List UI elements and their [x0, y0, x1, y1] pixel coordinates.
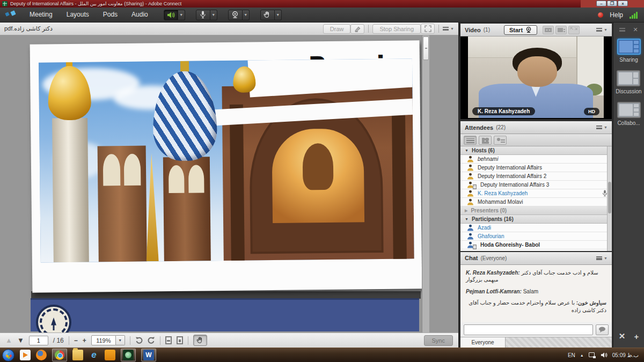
taskbar-firefox-icon[interactable] — [36, 350, 47, 360]
sync-button[interactable]: Sync — [424, 335, 453, 346]
divider — [368, 25, 369, 33]
menu-help[interactable]: Help — [610, 11, 623, 19]
taskbar-app-icon[interactable] — [105, 350, 115, 360]
status-dropdown-icon[interactable]: ▼ — [275, 10, 282, 20]
send-message-button[interactable] — [596, 324, 609, 335]
title-bar: Deputy of International Affairs - معاونت… — [0, 0, 644, 8]
microphone-dropdown-icon[interactable]: ▼ — [210, 10, 217, 20]
hosts-group-header[interactable]: ▼ Hosts (6) — [460, 146, 612, 155]
speaker-dropdown-icon[interactable]: ▼ — [178, 10, 185, 20]
zoom-level-select[interactable]: 119% ▼ — [91, 335, 125, 345]
fit-page-icon[interactable] — [165, 336, 172, 344]
chat-input-row — [460, 322, 612, 337]
attendee-row[interactable]: Deputy International Affairs 2 — [460, 172, 612, 181]
pan-tool-button[interactable] — [193, 335, 207, 346]
attendee-row[interactable]: Deputy International Affairs 3 — [460, 181, 612, 189]
video-fullscreen-icon[interactable] — [568, 26, 580, 34]
participants-group-header[interactable]: ▼ Participants (16) — [460, 215, 612, 224]
close-pod-icon[interactable]: ✕ — [619, 331, 626, 341]
chat-input[interactable] — [464, 324, 593, 335]
webcam-icon[interactable] — [228, 10, 243, 20]
attendees-scrollbar[interactable] — [607, 146, 612, 250]
raise-hand-icon[interactable] — [260, 10, 275, 20]
minimize-button[interactable]: – — [596, 1, 606, 6]
app-icon — [2, 1, 8, 6]
rotate-left-icon[interactable] — [135, 337, 143, 344]
zoom-out-button[interactable]: − — [74, 337, 78, 344]
taskbar-connect-button[interactable] — [121, 349, 136, 361]
menu-audio[interactable]: Audio — [125, 8, 155, 22]
draw-button[interactable]: Draw — [323, 24, 351, 34]
video-pod: Video (1) Start ▼ — [460, 24, 612, 119]
layout-close-icon[interactable]: ✕ — [633, 26, 638, 33]
layout-collaboration[interactable]: Collabo... — [617, 102, 641, 126]
taskbar-ie-icon[interactable]: e — [89, 350, 99, 360]
zoom-dropdown-icon[interactable]: ▼ — [116, 335, 125, 345]
chat-pod: Chat (Everyone) ▼ K. Reza Kashyzadeh: سل… — [460, 252, 612, 348]
pod-actions: ✕ + — [619, 331, 639, 341]
webcam-person-face — [517, 56, 557, 87]
attendees-toolbar — [460, 134, 612, 146]
previous-page-button[interactable]: ▲ — [5, 337, 12, 344]
taskbar-media-player-icon[interactable] — [20, 350, 31, 360]
pointer-tool-icon[interactable] — [350, 24, 364, 34]
zoom-in-button[interactable]: + — [83, 337, 86, 344]
attendee-row[interactable]: behnami — [460, 155, 612, 164]
hd-badge: HD — [584, 108, 599, 115]
start-button[interactable] — [2, 349, 14, 361]
taskbar-explorer-icon[interactable] — [72, 350, 83, 360]
clock[interactable]: ب.ظ 05:09 — [612, 352, 639, 358]
next-page-button[interactable]: ▼ — [17, 337, 24, 344]
filmstrip-view-icon[interactable] — [555, 26, 567, 34]
fullscreen-icon[interactable] — [421, 24, 435, 34]
share-scrollbar[interactable] — [422, 35, 429, 333]
page-number-input[interactable] — [29, 336, 48, 345]
video-pod-menu-button[interactable]: ▼ — [596, 28, 608, 32]
tray-expand-icon[interactable]: ▲ — [580, 353, 584, 357]
taskbar-chrome-button[interactable] — [52, 349, 67, 361]
status-view-icon[interactable] — [494, 136, 507, 145]
share-pod-menu-button[interactable]: ▼ — [443, 27, 454, 31]
list-view-icon[interactable] — [464, 136, 477, 145]
rotate-right-icon[interactable] — [148, 337, 155, 344]
attendees-pod-menu-button[interactable]: ▼ — [596, 125, 608, 129]
photo-tower-arches — [103, 153, 141, 186]
network-icon[interactable] — [589, 352, 596, 358]
attendee-row[interactable]: Deputy International Affairs — [460, 164, 612, 172]
layout-discussion[interactable]: Discussion — [616, 70, 641, 94]
chat-tab-everyone[interactable]: Everyone — [460, 337, 506, 348]
window-title: Deputy of International Affairs - معاونت… — [10, 1, 181, 6]
layout-sharing[interactable]: Sharing — [617, 39, 641, 63]
chat-pod-menu-button[interactable]: ▼ — [596, 256, 608, 260]
menu-layouts[interactable]: Layouts — [60, 8, 96, 22]
attendee-row[interactable]: Ghafourian — [460, 232, 612, 241]
connection-status-icon[interactable] — [630, 11, 638, 19]
attendee-row[interactable]: Hoda Ghoreishy- Babol — [460, 241, 612, 249]
speaker-icon[interactable] — [164, 10, 178, 20]
taskbar-word-button[interactable]: W — [141, 349, 156, 361]
start-webcam-button[interactable]: Start — [504, 25, 537, 35]
attendee-row[interactable]: K. Reza Kashyzadeh — [460, 189, 612, 198]
microphone-icon[interactable] — [196, 10, 210, 20]
speech-bubble-icon — [598, 327, 606, 333]
breakout-view-icon[interactable] — [479, 136, 492, 145]
volume-icon[interactable] — [601, 352, 608, 358]
layout-menu-icon[interactable] — [619, 28, 625, 32]
menu-meeting[interactable]: Meeting — [23, 8, 60, 22]
fit-width-icon[interactable] — [177, 336, 183, 344]
add-pod-icon[interactable]: + — [634, 332, 639, 341]
webcam-icon — [525, 27, 532, 33]
stop-sharing-button[interactable]: Stop Sharing — [372, 24, 421, 34]
attendee-row[interactable]: Mohammad Molavi — [460, 198, 612, 206]
grid-view-icon[interactable] — [543, 26, 554, 34]
close-button[interactable]: x — [618, 1, 628, 6]
attendees-scrollbar-thumb[interactable] — [608, 182, 611, 213]
attendee-row[interactable]: Azadi — [460, 224, 612, 232]
menu-pods[interactable]: Pods — [96, 8, 125, 22]
maximize-button[interactable]: ❐ — [607, 1, 617, 6]
webcam-dropdown-icon[interactable]: ▼ — [243, 10, 250, 20]
presenters-group-header[interactable]: ▶ Presenters (0) — [460, 206, 612, 215]
language-indicator[interactable]: EN — [568, 352, 575, 358]
document-badge-icon — [473, 245, 477, 249]
share-scrollbar-thumb[interactable] — [423, 36, 429, 60]
